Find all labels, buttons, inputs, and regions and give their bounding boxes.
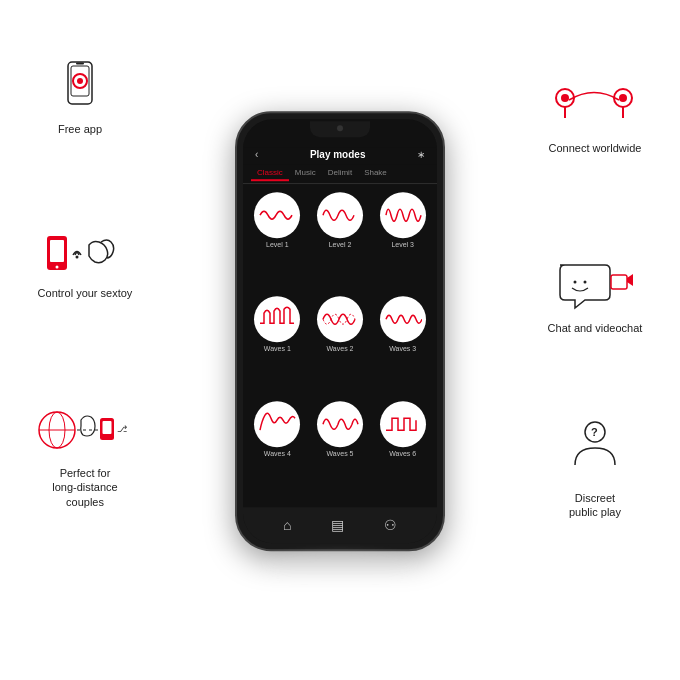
label-waves4: Waves 4	[264, 450, 291, 457]
label-waves1: Waves 1	[264, 346, 291, 353]
svg-text:?: ?	[591, 426, 598, 438]
svg-point-17	[561, 94, 569, 102]
control-label: Control your sextoy	[38, 286, 133, 300]
feature-discreet: ? Discreet public play	[530, 420, 660, 520]
svg-rect-24	[611, 275, 627, 289]
svg-rect-6	[50, 240, 64, 262]
grid-item-level1[interactable]: Level 1	[249, 192, 306, 290]
grid-item-waves3[interactable]: Waves 3	[374, 297, 431, 395]
phone-mockup: ‹ Play modes ∗ Classic Music Delimit Sha…	[235, 111, 445, 551]
phone-camera	[337, 125, 343, 131]
worldwide-label: Connect worldwide	[549, 141, 642, 155]
label-level2: Level 2	[329, 241, 352, 248]
grid-item-waves1[interactable]: Waves 1	[249, 297, 306, 395]
svg-rect-14	[103, 421, 112, 434]
chat-icon[interactable]: ▤	[331, 517, 344, 533]
nav-title: Play modes	[310, 149, 366, 160]
free-app-label: Free app	[58, 122, 102, 136]
couples-icon: ⎇	[35, 400, 135, 460]
feature-control: Control your sextoy	[20, 230, 150, 300]
free-app-icon	[54, 60, 106, 116]
svg-text:⎇: ⎇	[117, 424, 127, 434]
bluetooth-icon: ∗	[417, 149, 425, 160]
label-waves3: Waves 3	[389, 346, 416, 353]
tab-classic[interactable]: Classic	[251, 166, 289, 181]
grid-item-waves6[interactable]: Waves 6	[374, 401, 431, 499]
chat-label: Chat and videochat	[548, 321, 643, 335]
worldwide-icon	[545, 80, 645, 135]
couples-label: Perfect for long-distance couples	[52, 466, 117, 509]
bottom-nav: ⌂ ▤ ⚇	[243, 507, 437, 543]
grid-item-level3[interactable]: Level 3	[374, 192, 431, 290]
grid-item-waves4[interactable]: Waves 4	[249, 401, 306, 499]
svg-point-8	[76, 256, 79, 259]
label-level1: Level 1	[266, 241, 289, 248]
phone-screen: ‹ Play modes ∗ Classic Music Delimit Sha…	[243, 119, 437, 543]
grid-item-waves5[interactable]: Waves 5	[312, 401, 369, 499]
feature-chat: Chat and videochat	[530, 260, 660, 335]
label-waves5: Waves 5	[327, 450, 354, 457]
screen-tabs: Classic Music Delimit Shake	[243, 164, 437, 184]
label-waves2: Waves 2	[327, 346, 354, 353]
home-icon[interactable]: ⌂	[283, 517, 291, 533]
svg-marker-25	[627, 274, 633, 286]
chat-videochat-icon	[555, 260, 635, 315]
feature-free-app: Free app	[20, 60, 140, 136]
discreet-label: Discreet public play	[569, 491, 621, 520]
control-icon	[45, 230, 125, 280]
grid-item-waves2[interactable]: Waves 2	[312, 297, 369, 395]
phone-body: ‹ Play modes ∗ Classic Music Delimit Sha…	[235, 111, 445, 551]
svg-point-23	[584, 281, 587, 284]
feature-worldwide: Connect worldwide	[530, 80, 660, 155]
label-waves6: Waves 6	[389, 450, 416, 457]
back-button[interactable]: ‹	[255, 149, 258, 160]
svg-point-22	[574, 281, 577, 284]
label-level3: Level 3	[391, 241, 414, 248]
svg-rect-4	[76, 63, 84, 65]
screen-nav: ‹ Play modes ∗	[243, 147, 437, 164]
svg-point-20	[619, 94, 627, 102]
phone-reflection	[260, 551, 420, 581]
profile-icon[interactable]: ⚇	[384, 517, 397, 533]
svg-point-3	[77, 78, 83, 84]
grid-item-level2[interactable]: Level 2	[312, 192, 369, 290]
tab-shake[interactable]: Shake	[358, 166, 393, 181]
svg-point-7	[56, 266, 59, 269]
tab-delimit[interactable]: Delimit	[322, 166, 358, 181]
discreet-icon: ?	[565, 420, 625, 485]
tab-music[interactable]: Music	[289, 166, 322, 181]
mode-grid: Level 1 Level 2	[243, 184, 437, 507]
feature-couples: ⎇ Perfect for long-distance couples	[20, 400, 150, 509]
